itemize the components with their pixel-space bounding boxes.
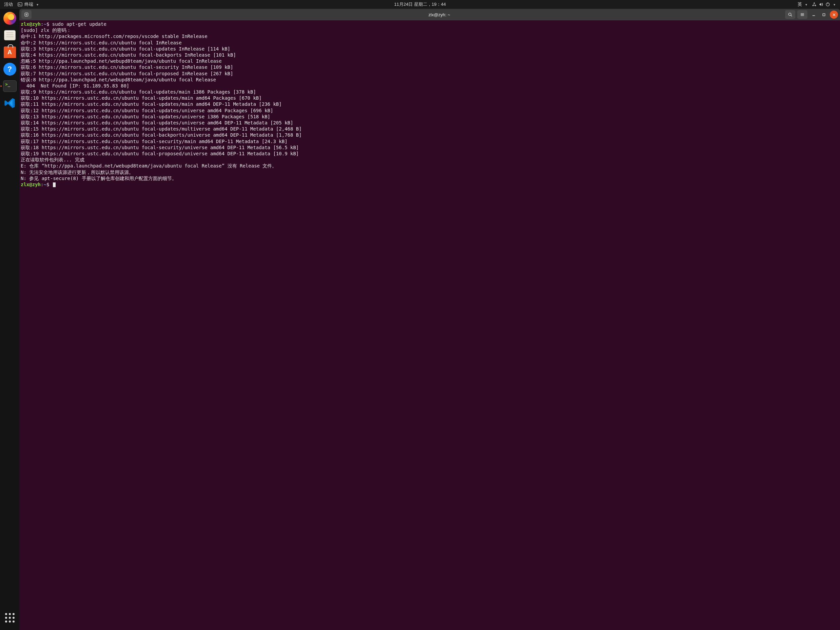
maximize-button[interactable] — [819, 11, 828, 19]
input-method-indicator[interactable]: 英 — [797, 2, 807, 8]
app-menu[interactable]: 终端 — [17, 2, 38, 8]
minimize-icon — [812, 13, 816, 17]
terminal-cursor — [53, 182, 55, 187]
ubuntu-software-icon — [4, 46, 16, 58]
window-title: zlx@zyh: ~ — [39, 12, 840, 17]
input-method-label: 英 — [797, 2, 802, 8]
dock-files[interactable] — [2, 28, 17, 43]
power-icon — [826, 2, 830, 7]
close-button[interactable] — [830, 11, 838, 19]
clock[interactable]: 11月24日 星期二，19：44 — [394, 2, 445, 8]
dock-help[interactable]: ? — [2, 62, 17, 77]
new-tab-icon — [24, 12, 29, 17]
activities-label: 活动 — [4, 2, 13, 8]
hamburger-menu-button[interactable] — [797, 10, 807, 19]
new-tab-button[interactable] — [21, 10, 32, 19]
clock-label: 11月24日 星期二，19：44 — [394, 2, 445, 7]
svg-rect-5 — [827, 3, 828, 4]
dock-ubuntu-software[interactable] — [2, 45, 17, 60]
search-button[interactable] — [785, 10, 795, 19]
firefox-icon — [3, 12, 16, 25]
activities-button[interactable]: 活动 — [4, 2, 13, 8]
svg-rect-8 — [812, 15, 815, 16]
network-icon — [812, 2, 816, 7]
svg-rect-0 — [18, 3, 22, 6]
terminal-window: zlx@zyh: ~ zlx@zyh:~$ sudo apt-get updat… — [19, 9, 840, 630]
dock-vscode[interactable] — [2, 96, 17, 111]
app-menu-label: 终端 — [24, 2, 33, 8]
close-icon — [832, 13, 836, 17]
dock-firefox[interactable] — [2, 11, 17, 26]
help-icon: ? — [3, 63, 16, 76]
system-status-area[interactable] — [812, 2, 835, 7]
show-applications-button[interactable] — [2, 610, 17, 625]
ubuntu-dock: ? — [0, 9, 19, 630]
vscode-icon — [4, 97, 16, 109]
volume-icon — [819, 2, 823, 7]
hamburger-icon — [800, 12, 805, 17]
maximize-icon — [822, 13, 826, 17]
dock-terminal[interactable] — [2, 79, 17, 93]
svg-rect-9 — [823, 14, 825, 16]
gnome-topbar: 活动 终端 11月24日 星期二，19：44 英 — [0, 0, 840, 9]
terminal-icon — [3, 81, 17, 92]
terminal-output[interactable]: zlx@zyh:~$ sudo apt-get update [sudo] zl… — [19, 21, 840, 630]
search-icon — [788, 12, 793, 17]
terminal-app-icon — [17, 2, 22, 7]
files-icon — [4, 30, 16, 40]
window-titlebar: zlx@zyh: ~ — [19, 9, 840, 21]
minimize-button[interactable] — [810, 11, 818, 19]
